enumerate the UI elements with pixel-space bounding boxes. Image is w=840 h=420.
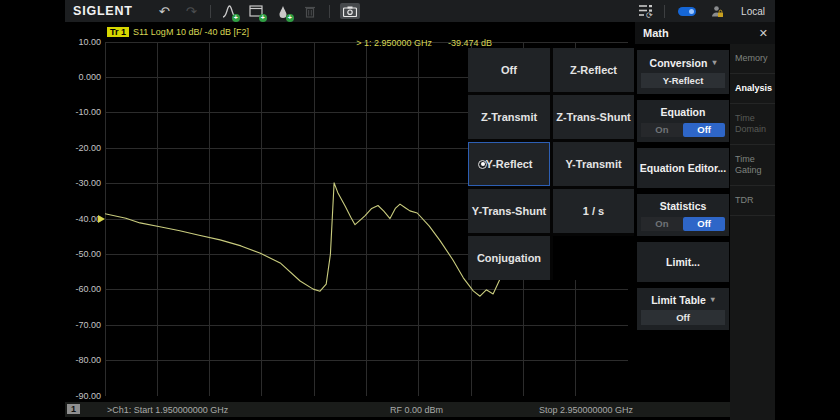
trace-info-row[interactable]: Tr 1 S11 LogM 10 dB/ -40 dB [F2]: [107, 27, 249, 37]
marker-value: -39.474 dB: [448, 38, 492, 48]
trace-parameters: S11 LogM 10 dB/ -40 dB [F2]: [133, 27, 249, 37]
y-tick-label: -50.00: [65, 249, 101, 259]
add-window-icon[interactable]: +: [248, 3, 265, 20]
svg-text:⟳: ⟳: [646, 11, 653, 19]
toggle-on-option[interactable]: On: [641, 123, 683, 137]
y-tick-label: 10.00: [65, 37, 101, 47]
math-panel-header: Math ✕: [635, 22, 775, 44]
limit-table-label: Limit Table: [651, 294, 706, 306]
toolbar-divider: [210, 5, 211, 18]
radio-selected-icon: [478, 160, 487, 169]
marker-frequency: > 1: 2.950000 GHz: [356, 38, 432, 48]
menu-item-y-reflect[interactable]: Y-Reflect: [468, 142, 550, 186]
y-tick-label: -30.00: [65, 178, 101, 188]
toggle-on-option[interactable]: On: [641, 217, 683, 231]
trash-icon[interactable]: [302, 3, 319, 20]
toolbar-divider: [329, 5, 330, 18]
conversion-button[interactable]: Conversion ▾ Y-Reflect: [637, 50, 729, 94]
limit-button[interactable]: Limit...: [637, 242, 729, 282]
camera-icon[interactable]: [340, 3, 360, 19]
right-sidebar: Memory Analysis Time Domain Time Gating …: [730, 44, 775, 420]
menu-item-conjugation[interactable]: Conjugation: [468, 236, 550, 280]
chevron-down-icon: ▾: [712, 58, 716, 67]
y-tick-label: 0.000: [65, 72, 101, 82]
toggle-off-option[interactable]: Off: [683, 123, 725, 137]
mode-label[interactable]: Local: [741, 6, 765, 17]
math-panel: Conversion ▾ Y-Reflect Equation On Off E…: [637, 50, 729, 336]
redo-icon[interactable]: ↷: [183, 3, 200, 20]
user-lock-icon[interactable]: [709, 3, 726, 20]
statistics-button[interactable]: Statistics On Off: [637, 194, 729, 236]
y-tick-label: -20.00: [65, 143, 101, 153]
add-marker-icon[interactable]: +: [275, 3, 292, 20]
y-tick-label: -90.00: [65, 391, 101, 401]
plus-badge: +: [232, 14, 240, 22]
conversion-label: Conversion: [650, 57, 708, 69]
siglent-logo: SIGLENT: [73, 4, 133, 18]
top-toolbar: SIGLENT ↶ ↷ + + +: [65, 0, 775, 22]
power-toggle[interactable]: [678, 7, 696, 16]
equation-toggle[interactable]: On Off: [641, 123, 725, 137]
menu-item-z-reflect[interactable]: Z-Reflect: [553, 48, 634, 92]
app-window: SIGLENT ↶ ↷ + + +: [65, 0, 775, 420]
statistics-label: Statistics: [660, 200, 707, 212]
rf-power-readout: RF 0.00 dBm: [390, 405, 443, 415]
limit-label: Limit...: [666, 256, 700, 268]
menu-item-y-transmit[interactable]: Y-Transmit: [553, 142, 634, 186]
menu-item-y-trans-shunt[interactable]: Y-Trans-Shunt: [468, 189, 550, 233]
y-tick-label: -60.00: [65, 284, 101, 294]
vna-screen: SIGLENT ↶ ↷ + + +: [0, 0, 840, 420]
plus-badge: +: [286, 14, 294, 22]
sidebar-item-time-domain[interactable]: Time Domain: [730, 104, 775, 145]
equation-label: Equation: [661, 106, 706, 118]
channel-badge[interactable]: 1: [67, 404, 80, 414]
popup-cell-empty: [553, 236, 634, 280]
sweep-stop-readout: Stop 2.950000000 GHz: [539, 405, 633, 415]
equation-button[interactable]: Equation On Off: [637, 100, 729, 142]
sidebar-item-tdr[interactable]: TDR: [730, 186, 775, 216]
panel-title: Math: [635, 27, 759, 39]
statistics-toggle[interactable]: On Off: [641, 217, 725, 231]
y-tick-label: -70.00: [65, 320, 101, 330]
marker-readout: > 1: 2.950000 GHz -39.474 dB: [356, 38, 492, 48]
menu-item-off[interactable]: Off: [468, 48, 550, 92]
conversion-popup-menu: Off Z-Reflect Z-Transmit Z-Trans-Shunt Y…: [468, 48, 634, 280]
plus-badge: +: [259, 14, 267, 22]
equation-editor-label: Equation Editor...: [640, 162, 726, 174]
sidebar-item-time-gating[interactable]: Time Gating: [730, 145, 775, 186]
equation-editor-button[interactable]: Equation Editor...: [637, 148, 729, 188]
y-tick-label: -10.00: [65, 107, 101, 117]
menu-item-label: Y-Reflect: [485, 158, 532, 170]
sidebar-item-analysis[interactable]: Analysis: [730, 74, 775, 104]
toggle-knob: [689, 9, 694, 14]
limit-table-button[interactable]: Limit Table ▾ Off: [637, 288, 729, 330]
close-icon[interactable]: ✕: [759, 27, 775, 40]
menu-item-z-trans-shunt[interactable]: Z-Trans-Shunt: [553, 95, 634, 139]
toolbar-divider: [664, 5, 665, 18]
status-bar: 1 >Ch1: Start 1.950000000 GHz RF 0.00 dB…: [65, 402, 775, 417]
y-tick-label: -40.00: [65, 214, 101, 224]
sidebar-item-memory[interactable]: Memory: [730, 44, 775, 74]
undo-icon[interactable]: ↶: [156, 3, 173, 20]
trace-badge[interactable]: Tr 1: [107, 27, 129, 37]
chevron-down-icon: ▾: [711, 295, 715, 304]
reference-level-marker[interactable]: [98, 215, 105, 223]
add-trace-icon[interactable]: +: [221, 3, 238, 20]
display-config-icon[interactable]: ⟳: [637, 3, 654, 20]
conversion-value[interactable]: Y-Reflect: [641, 73, 725, 88]
toggle-off-option[interactable]: Off: [683, 217, 725, 231]
sweep-start-readout: >Ch1: Start 1.950000000 GHz: [107, 405, 228, 415]
menu-item-z-transmit[interactable]: Z-Transmit: [468, 95, 550, 139]
y-tick-label: -80.00: [65, 355, 101, 365]
menu-item-1-over-s[interactable]: 1 / s: [553, 189, 634, 233]
limit-table-value[interactable]: Off: [641, 310, 725, 325]
